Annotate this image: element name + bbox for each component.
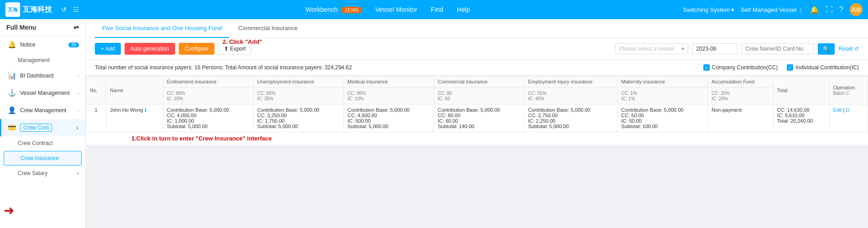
question-icon[interactable]: ? bbox=[839, 5, 843, 14]
td-unemployment: Contribution Base: 5,000.00CC: 3,250.00I… bbox=[253, 104, 343, 132]
td-commercial: Contribution Base: 5,000.00CC: 80.00IC: … bbox=[434, 104, 524, 132]
bottom-annotation-text: 1.Click in turn to enter "Crew Insurance… bbox=[95, 132, 859, 145]
td-employment-injury: Contribution Base: 5,000.00CC: 2,750.00I… bbox=[524, 104, 617, 132]
vessel-select[interactable]: Please select a vessel. ▾ bbox=[615, 43, 688, 54]
cc-checkbox[interactable]: ✓ Company Contribution(CC) bbox=[703, 64, 778, 71]
th-employment-injury-sub: CC: 55%IC: 45% bbox=[524, 88, 617, 104]
bell-icon[interactable]: 🔔 bbox=[810, 5, 819, 14]
summary-text: Total number of social insurance payers:… bbox=[95, 64, 352, 71]
tab-five-social[interactable]: Five Social Insurance and One Housing Fu… bbox=[95, 19, 229, 38]
logo-icon: 互海 bbox=[5, 2, 20, 17]
th-commercial: Commercial insurance bbox=[434, 76, 524, 88]
td-accumulation: Non-payment bbox=[708, 104, 774, 132]
chart-icon: 📊 bbox=[8, 72, 16, 80]
self-managed-vessel[interactable]: Self Managed Vessel ⋮ bbox=[741, 6, 804, 13]
auto-generation-button[interactable]: Auto generation bbox=[125, 43, 175, 55]
th-no: No. bbox=[86, 76, 106, 104]
sidebar-item-crew-management[interactable]: 👤 Crew Management › bbox=[0, 102, 85, 119]
switching-system[interactable]: Switching System ▾ bbox=[683, 6, 734, 13]
annotation-add-text: 2. Click "Add" bbox=[223, 38, 262, 45]
date-input[interactable] bbox=[692, 43, 738, 54]
workbench-link[interactable]: Workbench 21380 bbox=[306, 6, 362, 13]
td-total: CC: 14,630.00IC: 5,610.00Total: 20,240.0… bbox=[773, 104, 829, 132]
th-commercial-sub: CC: 80IC: 60 bbox=[434, 88, 524, 104]
ic-checkbox-box: ✓ bbox=[787, 64, 793, 71]
ic-checkbox[interactable]: ✓ Individual Contribution(IC) bbox=[787, 64, 859, 71]
chevron-right-icon-3: › bbox=[78, 108, 79, 113]
sidebar: Full Menu ⇌ 🔔 Notice 35 Management 📊 BI … bbox=[0, 19, 86, 228]
back-icon[interactable]: ↺ bbox=[61, 6, 67, 13]
card-icon: 💳 bbox=[8, 124, 16, 132]
tabs-bar: Five Social Insurance and One Housing Fu… bbox=[86, 19, 868, 38]
fullscreen-icon[interactable]: ⛶ bbox=[826, 5, 833, 14]
sidebar-item-crew-salary[interactable]: Crew Salary › bbox=[0, 166, 85, 180]
nav-right: Switching System ▾ Self Managed Vessel ⋮… bbox=[683, 3, 863, 16]
sidebar-item-management[interactable]: Management bbox=[0, 53, 85, 67]
workbench-badge: 21380 bbox=[341, 7, 362, 13]
toolbar-right: Please select a vessel. ▾ 🔍 Reset ↺ bbox=[615, 43, 859, 55]
td-operation: Edit | D bbox=[829, 104, 868, 132]
sidebar-item-crew-cost[interactable]: 💳 Crew Cost ∨ bbox=[0, 119, 85, 136]
vessel-monitor-link[interactable]: Vessel Monitor bbox=[375, 6, 417, 13]
tab-commercial-insurance[interactable]: Commercial Insurance bbox=[231, 19, 305, 38]
top-navigation: 互海 互海科技 ↺ ☷ Workbench 21380 Vessel Monit… bbox=[0, 0, 868, 19]
more-icon: ⋮ bbox=[798, 6, 804, 13]
add-button[interactable]: + Add bbox=[95, 43, 121, 55]
notice-icon: 🔔 bbox=[8, 41, 16, 49]
th-unemployment: Unemployment insurance bbox=[253, 76, 343, 88]
td-name: John Ho Wong ℹ bbox=[106, 104, 163, 132]
bottom-annotation: 1.Click in turn to enter "Crew Insurance… bbox=[86, 132, 868, 145]
th-medical-sub: CC: 90%IC: 10% bbox=[343, 88, 434, 104]
menu-toggle-icon[interactable]: ⇌ bbox=[73, 24, 79, 31]
avatar[interactable]: 高舰 bbox=[850, 3, 863, 16]
reset-button[interactable]: Reset ↺ bbox=[838, 46, 859, 52]
crew-name-input[interactable] bbox=[741, 43, 814, 54]
find-link[interactable]: Find bbox=[431, 6, 443, 13]
sidebar-item-crew-insurance[interactable]: Crew Insurance bbox=[4, 151, 82, 166]
th-unemployment-sub: CC: 65%IC: 35% bbox=[253, 88, 343, 104]
chevron-down-icon-crew: ∨ bbox=[76, 125, 79, 130]
toolbar: + Add Auto generation Configure ⬆ Export… bbox=[86, 38, 868, 60]
th-operation: OperationBatch C bbox=[829, 76, 868, 104]
delete-link[interactable]: D bbox=[846, 107, 850, 113]
chevron-down-icon: ▾ bbox=[731, 6, 734, 13]
configure-button[interactable]: Configure bbox=[179, 43, 214, 55]
th-total: Total bbox=[773, 76, 829, 104]
td-endowment: Contribution Base: 5,000.00CC: 4,000.00I… bbox=[163, 104, 253, 132]
grid-icon[interactable]: ☷ bbox=[73, 6, 79, 13]
logo: 互海 互海科技 bbox=[5, 2, 52, 17]
summary-bar: Total number of social insurance payers:… bbox=[86, 60, 868, 76]
main-content: Five Social Insurance and One Housing Fu… bbox=[86, 19, 868, 228]
full-menu[interactable]: Full Menu ⇌ bbox=[0, 19, 85, 36]
table-row: 1 John Ho Wong ℹ Contribution Base: 5,00… bbox=[86, 104, 868, 132]
td-no: 1 bbox=[86, 104, 106, 132]
sidebar-item-vessel-management[interactable]: ⚓ Vessel Management › bbox=[0, 84, 85, 102]
info-icon[interactable]: ℹ bbox=[145, 107, 146, 113]
chevron-right-icon-2: › bbox=[78, 91, 79, 96]
edit-link[interactable]: Edit bbox=[833, 107, 842, 113]
td-maternity: Contribution Base: 5,000.00CC: 50.00IC: … bbox=[618, 104, 708, 132]
table-header-sub-row: CC: 80%IC: 20% CC: 65%IC: 35% CC: 90%IC:… bbox=[86, 88, 868, 104]
sidebar-item-bi-dashboard[interactable]: 📊 BI Dashboard › bbox=[0, 67, 85, 84]
th-medical: Medical insurance bbox=[343, 76, 434, 88]
insurance-table: No. Name Endowment insurance Unemploymen… bbox=[86, 76, 868, 132]
th-accumulation-sub: CC: 20%IC: 20% bbox=[708, 88, 774, 104]
th-endowment: Endowment insurance bbox=[163, 76, 253, 88]
notice-badge: 35 bbox=[68, 42, 79, 47]
chevron-right-icon: › bbox=[78, 73, 79, 78]
nav-center: Workbench 21380 Vessel Monitor Find Help bbox=[93, 6, 683, 13]
search-button[interactable]: 🔍 bbox=[818, 43, 835, 55]
th-maternity: Maternity insurance bbox=[618, 76, 708, 88]
th-accumulation: Accumulation Fund bbox=[708, 76, 774, 88]
table-container: No. Name Endowment insurance Unemploymen… bbox=[86, 76, 868, 132]
th-endowment-sub: CC: 80%IC: 20% bbox=[163, 88, 253, 104]
sidebar-item-crew-contract[interactable]: Crew Contract bbox=[0, 136, 85, 150]
help-link[interactable]: Help bbox=[457, 6, 470, 13]
th-employment-injury: Employment injury insurance bbox=[524, 76, 617, 88]
user-icon: 👤 bbox=[8, 106, 16, 114]
th-name: Name bbox=[106, 76, 163, 104]
sidebar-item-notice[interactable]: 🔔 Notice 35 bbox=[0, 36, 85, 53]
checkboxes: ✓ Company Contribution(CC) ✓ Individual … bbox=[703, 64, 859, 71]
company-name: 互海科技 bbox=[23, 5, 52, 15]
dropdown-icon: ▾ bbox=[681, 46, 684, 52]
